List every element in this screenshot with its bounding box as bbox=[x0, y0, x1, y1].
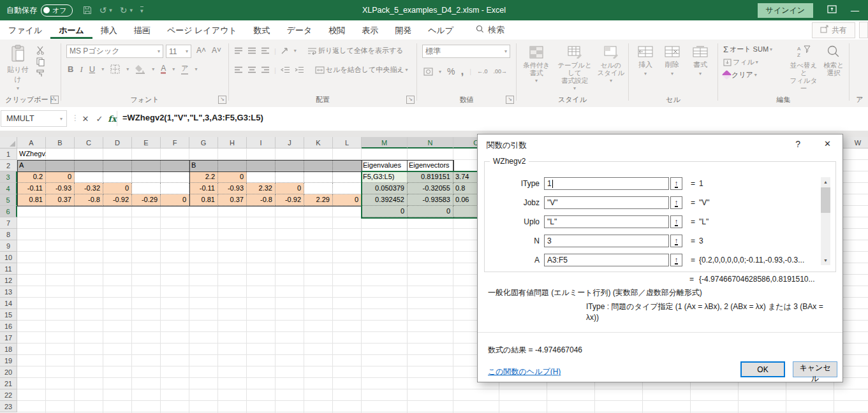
undo-dropdown-icon[interactable]: ▾ bbox=[109, 7, 112, 13]
comma-style-button[interactable]: , bbox=[460, 65, 464, 78]
jobz-input[interactable]: "V" bbox=[544, 196, 669, 209]
cell-C2[interactable] bbox=[75, 160, 103, 171]
row-header-11[interactable]: 11 bbox=[0, 263, 17, 275]
tab-review[interactable]: 校閲 bbox=[320, 21, 353, 39]
merge-center-button[interactable]: セルを結合して中央揃え ▾ bbox=[315, 65, 408, 75]
underline-dropdown-icon[interactable]: ▾ bbox=[101, 66, 104, 72]
cell-I2[interactable] bbox=[247, 160, 276, 171]
cell-L3[interactable] bbox=[333, 171, 362, 183]
row-header-21[interactable]: 21 bbox=[0, 378, 17, 389]
signin-button[interactable]: サインイン bbox=[758, 3, 813, 18]
percent-style-button[interactable]: % bbox=[447, 66, 455, 76]
phonetic-dropdown-icon[interactable]: ▾ bbox=[195, 66, 197, 72]
cell-D4[interactable]: 0 bbox=[103, 183, 132, 194]
column-header-G[interactable]: G bbox=[189, 137, 218, 149]
align-middle-icon[interactable] bbox=[247, 47, 256, 54]
cell-K2[interactable] bbox=[304, 160, 333, 171]
cell-E3[interactable] bbox=[132, 171, 161, 183]
row-header-15[interactable]: 15 bbox=[0, 309, 17, 321]
cell-C4[interactable]: -0.32 bbox=[75, 183, 103, 194]
row-header-7[interactable]: 7 bbox=[0, 217, 17, 229]
name-box[interactable]: MMULT ▾ bbox=[1, 110, 67, 127]
cell-A5[interactable]: 0.81 bbox=[17, 194, 46, 206]
font-size-select[interactable]: 11 ▾ bbox=[166, 45, 191, 58]
tab-page-layout[interactable]: ページ レイアウト bbox=[159, 21, 246, 39]
row-header-12[interactable]: 12 bbox=[0, 275, 17, 286]
cell-I3[interactable] bbox=[247, 171, 276, 183]
cell-K5[interactable]: 2.29 bbox=[304, 194, 333, 206]
cell-J4[interactable]: 0 bbox=[276, 183, 304, 194]
column-header-M[interactable]: M bbox=[362, 137, 408, 149]
align-center-icon[interactable] bbox=[247, 66, 256, 73]
dialog-close-icon[interactable]: ✕ bbox=[824, 139, 831, 149]
decrease-indent-icon[interactable] bbox=[281, 66, 290, 73]
scroll-down-icon[interactable]: ▼ bbox=[821, 256, 830, 265]
save-icon[interactable] bbox=[83, 6, 92, 15]
cell-M3[interactable]: F5,G3:L5) bbox=[362, 171, 408, 183]
column-header-J[interactable]: J bbox=[276, 137, 304, 149]
number-format-select[interactable]: 標準 ▾ bbox=[422, 45, 510, 58]
cell-I4[interactable]: 2.32 bbox=[247, 183, 276, 194]
cell-N4[interactable]: -0.32055 bbox=[408, 183, 453, 194]
delete-cells-button[interactable]: 削除 ▾ bbox=[661, 46, 684, 76]
tab-home[interactable]: ホーム bbox=[50, 21, 92, 39]
cell-D3[interactable] bbox=[103, 171, 132, 183]
cell-M5[interactable]: 0.392452 bbox=[362, 194, 408, 206]
uplo-collapse-button[interactable]: ↑ bbox=[670, 215, 682, 228]
enter-entry-button[interactable]: ✓ bbox=[93, 112, 106, 125]
cell-L5[interactable]: 0 bbox=[333, 194, 362, 206]
row-header-6[interactable]: 6 bbox=[0, 206, 17, 217]
cell-J2[interactable] bbox=[276, 160, 304, 171]
cell-G4[interactable]: -0.11 bbox=[189, 183, 218, 194]
row-header-14[interactable]: 14 bbox=[0, 298, 17, 309]
fill-color-icon[interactable] bbox=[135, 64, 145, 74]
formula-input[interactable]: =WZhegv2(1,"V","L",3,A3:F5,G3:L5) bbox=[122, 113, 263, 122]
undo-icon[interactable]: ↺ bbox=[99, 5, 107, 15]
cancel-button[interactable]: キャンセル bbox=[793, 361, 837, 377]
underline-button[interactable]: U bbox=[89, 64, 95, 74]
align-right-icon[interactable] bbox=[261, 66, 270, 73]
formula-bar-grip-icon[interactable]: ⋮ bbox=[71, 113, 79, 122]
scrollbar-thumb[interactable] bbox=[821, 187, 830, 213]
bold-button[interactable]: B bbox=[68, 64, 73, 74]
row-header-17[interactable]: 17 bbox=[0, 332, 17, 344]
tab-insert[interactable]: 挿入 bbox=[92, 21, 126, 39]
column-header-H[interactable]: H bbox=[218, 137, 247, 149]
number-dialog-launcher-icon[interactable]: ↘ bbox=[506, 96, 514, 104]
column-header-L[interactable]: L bbox=[333, 137, 362, 149]
copy-icon[interactable] bbox=[36, 57, 46, 66]
row-header-4[interactable]: 4 bbox=[0, 183, 17, 194]
cell-M2[interactable]: Eigenvalues bbox=[362, 160, 408, 171]
scroll-up-icon[interactable]: ▲ bbox=[821, 177, 830, 187]
cell-F5[interactable]: 0 bbox=[161, 194, 189, 206]
increase-indent-icon[interactable] bbox=[295, 66, 304, 73]
search-box[interactable]: 検索 bbox=[476, 24, 504, 36]
format-cells-button[interactable]: 書式 ▾ bbox=[689, 46, 712, 76]
insert-cells-button[interactable]: 挿入 ▾ bbox=[634, 46, 657, 76]
clipped-button[interactable] bbox=[859, 22, 868, 38]
fill-color-dropdown-icon[interactable]: ▾ bbox=[152, 66, 154, 72]
share-button[interactable]: 共有 bbox=[812, 22, 855, 38]
row-header-2[interactable]: 2 bbox=[0, 160, 17, 171]
clipboard-dialog-launcher-icon[interactable]: ↘ bbox=[50, 96, 59, 104]
autosave-toggle[interactable]: 自動保存 オフ bbox=[6, 4, 73, 17]
a-collapse-button[interactable]: ↑ bbox=[670, 254, 682, 266]
increase-font-icon[interactable]: A˄ bbox=[196, 46, 206, 55]
wrap-text-button[interactable]: 折り返して全体を表示する bbox=[307, 46, 404, 55]
cell-F4[interactable] bbox=[161, 183, 189, 194]
accounting-format-icon[interactable] bbox=[423, 68, 433, 76]
cell-M4[interactable]: 0.050379 bbox=[362, 183, 408, 194]
cell-F2[interactable] bbox=[161, 160, 189, 171]
row-header-23[interactable]: 23 bbox=[0, 401, 17, 412]
n-input[interactable]: 3 bbox=[544, 235, 669, 247]
cell-A4[interactable]: -0.11 bbox=[17, 183, 46, 194]
find-select-button[interactable]: 検索と 選択 bbox=[820, 45, 847, 76]
cell-C5[interactable]: -0.8 bbox=[75, 194, 103, 206]
cell-N3[interactable]: 0.819151 bbox=[408, 171, 453, 183]
dialog-help-icon[interactable]: ? bbox=[795, 139, 800, 149]
tab-data[interactable]: データ bbox=[279, 21, 321, 39]
cell-K3[interactable] bbox=[304, 171, 333, 183]
tab-formulas[interactable]: 数式 bbox=[246, 21, 279, 39]
cell-L2[interactable] bbox=[333, 160, 362, 171]
decrease-font-icon[interactable]: A˅ bbox=[212, 46, 221, 55]
